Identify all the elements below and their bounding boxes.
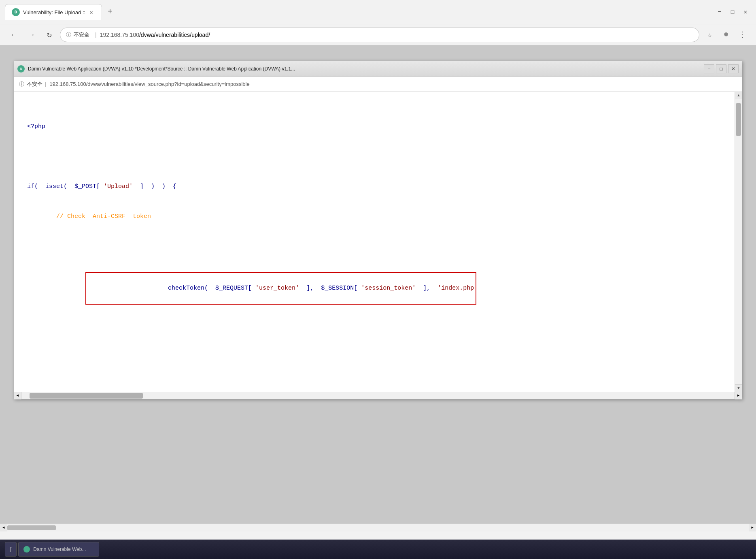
inner-security-icon: ⓘ bbox=[19, 81, 24, 88]
code-area: <?php if( isset( $_POST[ 'Upload' ] ) ) … bbox=[14, 92, 735, 392]
taskbar-label: Damn Vulnerable Web... bbox=[33, 546, 86, 552]
inner-browser-window: D Damn Vulnerable Web Application (DVWA)… bbox=[14, 61, 742, 399]
code-line-blank1 bbox=[27, 152, 722, 162]
inner-url: 192.168.75.100/dvwa/vulnerabilities/view… bbox=[49, 81, 249, 87]
code-block: <?php if( isset( $_POST[ 'Upload' ] ) ) … bbox=[27, 102, 722, 392]
vertical-scrollbar[interactable]: ▲ ▼ bbox=[735, 92, 742, 392]
main-content-area: D Damn Vulnerable Web Application (DVWA)… bbox=[0, 45, 756, 531]
scroll-left-arrow[interactable]: ◄ bbox=[14, 392, 21, 399]
address-bar[interactable]: ⓘ 不安全 | 192.168.75.100/dvwa/vulnerabilit… bbox=[60, 28, 699, 42]
inner-insecure-label: 不安全 bbox=[27, 81, 42, 88]
code-line-comment-csrf: // Check Anti-CSRF token bbox=[27, 212, 722, 222]
url-prefix: 192.168.75.100 bbox=[100, 32, 139, 38]
inner-maximize-button[interactable]: □ bbox=[716, 64, 726, 73]
inner-minimize-button[interactable]: − bbox=[704, 64, 714, 73]
tab-close-button[interactable]: ✕ bbox=[89, 9, 93, 16]
code-line-if: if( isset( $_POST[ 'Upload' ] ) ) { bbox=[27, 182, 722, 192]
url-text: 192.168.75.100/dvwa/vulnerabilities/uplo… bbox=[100, 32, 210, 38]
browser-titlebar: D Vulnerability: File Upload :: ✕ + − □ … bbox=[0, 0, 756, 24]
refresh-button[interactable]: ↻ bbox=[42, 28, 57, 42]
security-icon: ⓘ bbox=[66, 31, 71, 38]
scroll-up-arrow[interactable]: ▲ bbox=[735, 92, 742, 99]
forward-button[interactable]: → bbox=[24, 28, 39, 42]
maximize-button[interactable]: □ bbox=[727, 6, 738, 18]
insecure-label: 不安全 bbox=[74, 31, 89, 38]
browser-horizontal-scrollbar[interactable]: ◄ ► bbox=[0, 523, 756, 531]
browser-scroll-thumb-h[interactable] bbox=[7, 525, 56, 530]
inner-title: Damn Vulnerable Web Application (DVWA) v… bbox=[28, 66, 704, 72]
scroll-thumb[interactable] bbox=[736, 103, 741, 136]
inner-address-bar[interactable]: ⓘ 不安全 | 192.168.75.100/dvwa/vulnerabilit… bbox=[14, 77, 742, 92]
close-window-button[interactable]: ✕ bbox=[740, 6, 751, 18]
inner-content-wrapper: ▲ ▼ <?php if( isset( $_POST[ 'Upload' ] … bbox=[14, 92, 742, 392]
toolbar-icons: ☆ ● ⋮ bbox=[703, 28, 750, 42]
code-line-checktoken: checkToken( $_REQUEST[ 'user_token' ], $… bbox=[27, 262, 722, 315]
scroll-right-arrow[interactable]: ► bbox=[735, 392, 742, 399]
browser-window: D Vulnerability: File Upload :: ✕ + − □ … bbox=[0, 0, 756, 559]
inner-close-button[interactable]: ✕ bbox=[728, 64, 739, 73]
code-content: <?php if( isset( $_POST[ 'Upload' ] ) ) … bbox=[14, 92, 735, 392]
code-line-php-open: <?php bbox=[27, 122, 722, 132]
taskbar-button-1[interactable]: [ bbox=[5, 542, 17, 557]
back-button[interactable]: ← bbox=[6, 28, 21, 42]
code-line-blank2 bbox=[27, 345, 722, 355]
profile-icon[interactable]: ● bbox=[719, 28, 733, 42]
checktoken-highlight: checkToken( $_REQUEST[ 'user_token' ], $… bbox=[85, 272, 476, 305]
separator: | bbox=[95, 32, 97, 38]
scroll-down-arrow[interactable]: ▼ bbox=[735, 384, 742, 392]
horizontal-scroll-thumb[interactable] bbox=[30, 393, 143, 399]
scroll-track bbox=[735, 99, 742, 384]
browser-scroll-right[interactable]: ► bbox=[749, 524, 756, 531]
bookmarks-icon[interactable]: ☆ bbox=[703, 28, 717, 42]
taskbar: [ Damn Vulnerable Web... bbox=[0, 540, 756, 559]
browser-scroll-left[interactable]: ◄ bbox=[0, 524, 7, 531]
url-path: /dvwa/vulnerabilities/upload/ bbox=[139, 32, 210, 38]
tab-title: Vulnerability: File Upload :: bbox=[23, 9, 85, 15]
inner-favicon: D bbox=[17, 65, 25, 73]
code-line-blank3 bbox=[27, 375, 722, 385]
browser-tab-active[interactable]: D Vulnerability: File Upload :: ✕ bbox=[5, 4, 102, 20]
menu-icon[interactable]: ⋮ bbox=[735, 28, 750, 42]
taskbar-item-dvwa[interactable]: Damn Vulnerable Web... bbox=[18, 542, 99, 557]
new-tab-button[interactable]: + bbox=[104, 6, 117, 19]
inner-titlebar: D Damn Vulnerable Web Application (DVWA)… bbox=[14, 61, 742, 77]
horizontal-scrollbar[interactable]: ◄ ► bbox=[14, 392, 742, 399]
minimize-button[interactable]: − bbox=[714, 6, 725, 18]
inner-separator: | bbox=[45, 81, 46, 87]
browser-toolbar: ← → ↻ ⓘ 不安全 | 192.168.75.100/dvwa/vulner… bbox=[0, 24, 756, 45]
tab-favicon: D bbox=[12, 8, 20, 16]
inner-window-buttons: − □ ✕ bbox=[704, 64, 739, 73]
